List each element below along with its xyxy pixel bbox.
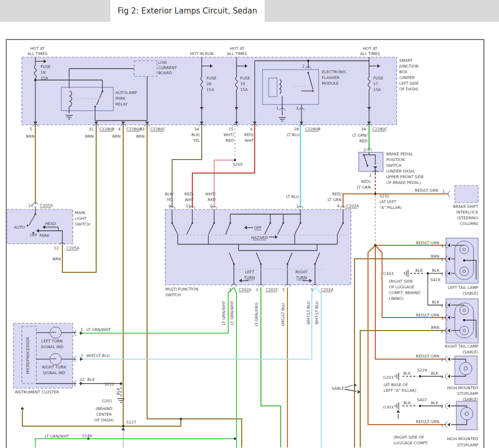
label-off: OFF bbox=[254, 226, 262, 230]
low-current-board bbox=[134, 61, 157, 76]
splice-s419 bbox=[427, 272, 429, 274]
label-wht-lt-blu: WHT/LT BLU bbox=[86, 353, 110, 358]
label-right-turn: RIGHT TURN bbox=[42, 365, 67, 370]
contact-dot-15 bbox=[101, 90, 103, 92]
label-switch: SWITCH bbox=[386, 163, 401, 168]
label-red: RED bbox=[207, 197, 216, 202]
splice-13 bbox=[463, 259, 465, 261]
label-lt-grn-wht: LT GRN/WHT bbox=[86, 327, 111, 332]
label-5: 5 bbox=[282, 287, 285, 292]
label-18: 18 bbox=[41, 70, 46, 75]
label-autolamp: AUTOLAMP bbox=[115, 90, 137, 95]
label-hot-in-run: HOT IN RUN bbox=[190, 51, 213, 56]
label-lt-grn: LT GRN bbox=[327, 197, 342, 202]
label-red-lt-grn: RED/LT GRN bbox=[416, 241, 439, 245]
label-interlock: INTERLOCK bbox=[456, 210, 479, 215]
label-brn: BRN bbox=[431, 254, 439, 259]
label-electronic: ELECTRONIC bbox=[322, 70, 347, 74]
label-light: LIGHT bbox=[75, 216, 87, 221]
label-low: LOW bbox=[158, 60, 167, 65]
label-wht-: WHT/ bbox=[224, 133, 234, 137]
label-luggage-compt-: LUGGAGE COMPT. bbox=[393, 441, 428, 445]
label-15a: 15A bbox=[240, 87, 248, 92]
label-red-: RED/ bbox=[244, 133, 254, 137]
label-turn: TURN bbox=[296, 275, 307, 280]
label-15a: 15A bbox=[206, 87, 215, 92]
label-lt-grn-wht: LT GRN/WHT bbox=[45, 434, 69, 439]
label-lt-grn-: LT GRN/ bbox=[352, 133, 368, 138]
label-lt-grn: LT GRN bbox=[357, 185, 371, 190]
label-position: POSITION bbox=[386, 157, 405, 162]
label-s205: S205 bbox=[233, 162, 243, 167]
label-4: 4 bbox=[118, 127, 121, 131]
label-blk: BLK bbox=[431, 371, 439, 376]
label-center: CENTER bbox=[96, 412, 112, 417]
label-4: 4 bbox=[441, 375, 443, 379]
label-s146: S146 bbox=[82, 433, 92, 438]
contact-dot-8 bbox=[233, 263, 234, 265]
label-park: PARK bbox=[40, 233, 50, 238]
brake-shift-interlock bbox=[455, 186, 478, 203]
label-org-lt-blu: ORG/LT BLU bbox=[281, 303, 285, 326]
label-3: 3 bbox=[441, 316, 443, 321]
label-1: 1 bbox=[81, 327, 83, 332]
label-all-times: ALL TIMES bbox=[28, 51, 48, 56]
label-blk: BLK bbox=[116, 387, 121, 395]
junction-brn bbox=[180, 418, 182, 420]
label-red: RED bbox=[359, 139, 367, 143]
label-15a: 15A bbox=[373, 87, 382, 92]
label-2: 2 bbox=[302, 64, 305, 69]
label-hot-at: HOT AT bbox=[363, 46, 377, 51]
label-6: 6 bbox=[250, 127, 253, 131]
label-c202a: C202A bbox=[321, 287, 334, 292]
label-2: 2 bbox=[229, 287, 231, 292]
junction-tail-feed bbox=[374, 244, 376, 246]
label-s419: S419 bbox=[430, 278, 440, 282]
label-high-mounted: HIGH MOUNTED bbox=[447, 386, 478, 390]
label-blk: BLK bbox=[432, 300, 440, 305]
label-4: 4 bbox=[337, 204, 339, 208]
label-33: 33 bbox=[139, 127, 145, 131]
label-g303: G303 bbox=[383, 405, 393, 410]
connector-icon-33 bbox=[445, 403, 448, 409]
label-column-: COLUMN) bbox=[460, 221, 479, 226]
label-instrument-cluster: INSTRUMENT CLUSTER bbox=[15, 390, 59, 394]
arrow-icon-38 bbox=[21, 407, 24, 410]
label-lt-blu: LT BLU bbox=[286, 133, 299, 137]
label-brn: BRN bbox=[52, 257, 61, 261]
label-c202c: C202C bbox=[266, 287, 279, 292]
title-box: Fig 2: Exterior Lamps Circuit, Sedan bbox=[110, 0, 265, 22]
contact-dot-13 bbox=[27, 225, 28, 226]
label-1: 1 bbox=[442, 189, 445, 194]
label-fuse: FUSE bbox=[41, 64, 51, 69]
label-blk-: BLK/ bbox=[165, 192, 174, 196]
label-c205a: C205A bbox=[67, 246, 80, 251]
connector-icon-35 bbox=[448, 191, 450, 196]
figure-title: Fig 2: Exterior Lamps Circuit, Sedan bbox=[117, 6, 257, 16]
label-10: 10 bbox=[186, 204, 191, 208]
label-auto: AUTO bbox=[14, 225, 25, 230]
label-s231: S231 bbox=[379, 194, 389, 199]
splice-s127 bbox=[122, 425, 124, 427]
label-s407: S407 bbox=[417, 398, 427, 402]
contact-dot-5 bbox=[269, 222, 271, 223]
label-hazard: HAZARD bbox=[251, 235, 268, 240]
splice-s229 bbox=[419, 375, 421, 377]
label-wht: WHT bbox=[244, 138, 254, 143]
splice-s205 bbox=[234, 159, 236, 161]
tee-fuse18 bbox=[34, 79, 36, 81]
label-brake-shift: BRAKE SHIFT bbox=[453, 204, 478, 209]
label-all-times: ALL TIMES bbox=[227, 51, 247, 56]
label-multi-function: MULTI-FUNCTION bbox=[165, 287, 199, 292]
label-yel: YEL bbox=[166, 197, 174, 202]
label-fuse: FUSE bbox=[373, 76, 384, 81]
label-brn: BRN bbox=[431, 325, 439, 330]
contact-dot-3 bbox=[299, 222, 301, 223]
contact-dot-11 bbox=[314, 263, 316, 265]
figure-page: HOT ATALL TIMESHOT IN RUNHOT ATALL TIMES… bbox=[0, 0, 499, 448]
arrow-icon-33 bbox=[448, 423, 451, 427]
label-5: 5 bbox=[30, 127, 32, 131]
contact-dot-0 bbox=[171, 222, 173, 223]
contact-dot-7 bbox=[229, 222, 231, 223]
label-right: RIGHT bbox=[295, 270, 308, 274]
